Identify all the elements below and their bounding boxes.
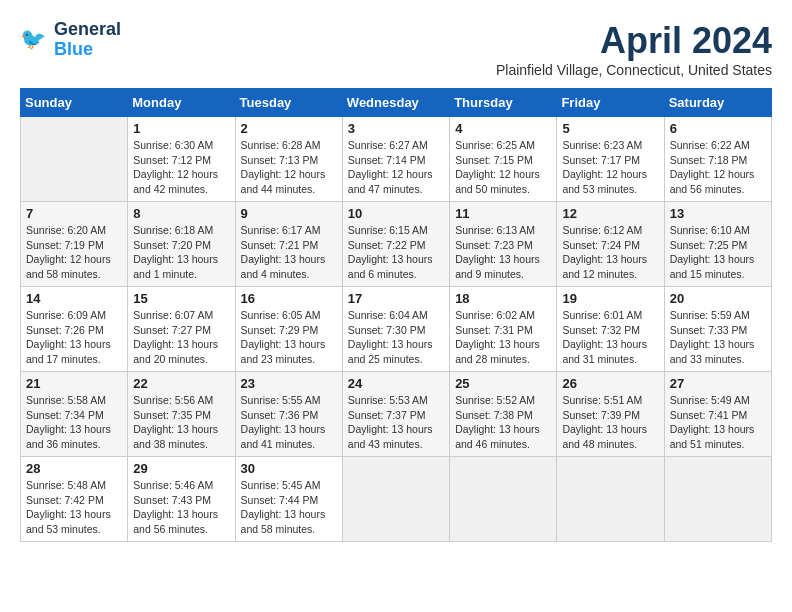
calendar-cell: 24Sunrise: 5:53 AMSunset: 7:37 PMDayligh… <box>342 372 449 457</box>
day-number: 22 <box>133 376 229 391</box>
day-info: Sunrise: 6:02 AMSunset: 7:31 PMDaylight:… <box>455 308 551 367</box>
calendar-cell: 25Sunrise: 5:52 AMSunset: 7:38 PMDayligh… <box>450 372 557 457</box>
weekday-header-monday: Monday <box>128 89 235 117</box>
day-number: 3 <box>348 121 444 136</box>
weekday-header-row: SundayMondayTuesdayWednesdayThursdayFrid… <box>21 89 772 117</box>
day-number: 5 <box>562 121 658 136</box>
day-info: Sunrise: 6:22 AMSunset: 7:18 PMDaylight:… <box>670 138 766 197</box>
day-info: Sunrise: 6:12 AMSunset: 7:24 PMDaylight:… <box>562 223 658 282</box>
day-info: Sunrise: 6:28 AMSunset: 7:13 PMDaylight:… <box>241 138 337 197</box>
calendar-cell: 8Sunrise: 6:18 AMSunset: 7:20 PMDaylight… <box>128 202 235 287</box>
calendar-cell: 14Sunrise: 6:09 AMSunset: 7:26 PMDayligh… <box>21 287 128 372</box>
calendar-cell: 29Sunrise: 5:46 AMSunset: 7:43 PMDayligh… <box>128 457 235 542</box>
weekday-header-friday: Friday <box>557 89 664 117</box>
day-number: 26 <box>562 376 658 391</box>
svg-text:🐦: 🐦 <box>20 26 47 52</box>
logo-text: GeneralBlue <box>54 20 121 60</box>
calendar-cell: 30Sunrise: 5:45 AMSunset: 7:44 PMDayligh… <box>235 457 342 542</box>
week-row-5: 28Sunrise: 5:48 AMSunset: 7:42 PMDayligh… <box>21 457 772 542</box>
day-info: Sunrise: 5:49 AMSunset: 7:41 PMDaylight:… <box>670 393 766 452</box>
calendar-cell: 23Sunrise: 5:55 AMSunset: 7:36 PMDayligh… <box>235 372 342 457</box>
calendar-cell: 13Sunrise: 6:10 AMSunset: 7:25 PMDayligh… <box>664 202 771 287</box>
day-info: Sunrise: 6:25 AMSunset: 7:15 PMDaylight:… <box>455 138 551 197</box>
day-number: 29 <box>133 461 229 476</box>
calendar-cell <box>557 457 664 542</box>
weekday-header-wednesday: Wednesday <box>342 89 449 117</box>
calendar-cell: 3Sunrise: 6:27 AMSunset: 7:14 PMDaylight… <box>342 117 449 202</box>
calendar-cell: 9Sunrise: 6:17 AMSunset: 7:21 PMDaylight… <box>235 202 342 287</box>
day-number: 8 <box>133 206 229 221</box>
day-number: 15 <box>133 291 229 306</box>
day-number: 21 <box>26 376 122 391</box>
day-info: Sunrise: 5:56 AMSunset: 7:35 PMDaylight:… <box>133 393 229 452</box>
day-info: Sunrise: 6:10 AMSunset: 7:25 PMDaylight:… <box>670 223 766 282</box>
day-info: Sunrise: 6:05 AMSunset: 7:29 PMDaylight:… <box>241 308 337 367</box>
day-info: Sunrise: 5:59 AMSunset: 7:33 PMDaylight:… <box>670 308 766 367</box>
calendar-cell: 16Sunrise: 6:05 AMSunset: 7:29 PMDayligh… <box>235 287 342 372</box>
calendar-table: SundayMondayTuesdayWednesdayThursdayFrid… <box>20 88 772 542</box>
day-info: Sunrise: 6:04 AMSunset: 7:30 PMDaylight:… <box>348 308 444 367</box>
day-info: Sunrise: 6:30 AMSunset: 7:12 PMDaylight:… <box>133 138 229 197</box>
day-number: 23 <box>241 376 337 391</box>
day-number: 16 <box>241 291 337 306</box>
day-number: 20 <box>670 291 766 306</box>
day-number: 9 <box>241 206 337 221</box>
day-number: 2 <box>241 121 337 136</box>
title-block: April 2024 Plainfield Village, Connectic… <box>496 20 772 78</box>
day-number: 28 <box>26 461 122 476</box>
calendar-cell <box>450 457 557 542</box>
weekday-header-sunday: Sunday <box>21 89 128 117</box>
day-number: 4 <box>455 121 551 136</box>
day-info: Sunrise: 5:45 AMSunset: 7:44 PMDaylight:… <box>241 478 337 537</box>
calendar-cell: 21Sunrise: 5:58 AMSunset: 7:34 PMDayligh… <box>21 372 128 457</box>
day-number: 25 <box>455 376 551 391</box>
day-number: 12 <box>562 206 658 221</box>
day-info: Sunrise: 5:48 AMSunset: 7:42 PMDaylight:… <box>26 478 122 537</box>
calendar-cell: 17Sunrise: 6:04 AMSunset: 7:30 PMDayligh… <box>342 287 449 372</box>
calendar-cell: 1Sunrise: 6:30 AMSunset: 7:12 PMDaylight… <box>128 117 235 202</box>
day-info: Sunrise: 6:18 AMSunset: 7:20 PMDaylight:… <box>133 223 229 282</box>
day-number: 19 <box>562 291 658 306</box>
month-title: April 2024 <box>496 20 772 62</box>
day-info: Sunrise: 6:01 AMSunset: 7:32 PMDaylight:… <box>562 308 658 367</box>
day-number: 11 <box>455 206 551 221</box>
calendar-cell: 4Sunrise: 6:25 AMSunset: 7:15 PMDaylight… <box>450 117 557 202</box>
day-info: Sunrise: 6:15 AMSunset: 7:22 PMDaylight:… <box>348 223 444 282</box>
day-info: Sunrise: 5:52 AMSunset: 7:38 PMDaylight:… <box>455 393 551 452</box>
calendar-cell: 18Sunrise: 6:02 AMSunset: 7:31 PMDayligh… <box>450 287 557 372</box>
day-number: 27 <box>670 376 766 391</box>
calendar-cell: 22Sunrise: 5:56 AMSunset: 7:35 PMDayligh… <box>128 372 235 457</box>
day-info: Sunrise: 5:51 AMSunset: 7:39 PMDaylight:… <box>562 393 658 452</box>
day-info: Sunrise: 6:09 AMSunset: 7:26 PMDaylight:… <box>26 308 122 367</box>
day-info: Sunrise: 5:46 AMSunset: 7:43 PMDaylight:… <box>133 478 229 537</box>
weekday-header-tuesday: Tuesday <box>235 89 342 117</box>
day-info: Sunrise: 5:58 AMSunset: 7:34 PMDaylight:… <box>26 393 122 452</box>
calendar-cell <box>664 457 771 542</box>
day-number: 7 <box>26 206 122 221</box>
calendar-cell: 26Sunrise: 5:51 AMSunset: 7:39 PMDayligh… <box>557 372 664 457</box>
logo-icon: 🐦 <box>20 25 50 55</box>
calendar-cell: 10Sunrise: 6:15 AMSunset: 7:22 PMDayligh… <box>342 202 449 287</box>
calendar-cell: 12Sunrise: 6:12 AMSunset: 7:24 PMDayligh… <box>557 202 664 287</box>
day-info: Sunrise: 6:20 AMSunset: 7:19 PMDaylight:… <box>26 223 122 282</box>
calendar-cell <box>21 117 128 202</box>
day-number: 10 <box>348 206 444 221</box>
calendar-cell: 19Sunrise: 6:01 AMSunset: 7:32 PMDayligh… <box>557 287 664 372</box>
page-header: 🐦 GeneralBlue April 2024 Plainfield Vill… <box>20 20 772 78</box>
calendar-cell: 6Sunrise: 6:22 AMSunset: 7:18 PMDaylight… <box>664 117 771 202</box>
day-info: Sunrise: 6:23 AMSunset: 7:17 PMDaylight:… <box>562 138 658 197</box>
day-info: Sunrise: 6:07 AMSunset: 7:27 PMDaylight:… <box>133 308 229 367</box>
day-info: Sunrise: 6:13 AMSunset: 7:23 PMDaylight:… <box>455 223 551 282</box>
week-row-4: 21Sunrise: 5:58 AMSunset: 7:34 PMDayligh… <box>21 372 772 457</box>
day-number: 24 <box>348 376 444 391</box>
week-row-1: 1Sunrise: 6:30 AMSunset: 7:12 PMDaylight… <box>21 117 772 202</box>
day-number: 18 <box>455 291 551 306</box>
day-number: 17 <box>348 291 444 306</box>
calendar-cell: 2Sunrise: 6:28 AMSunset: 7:13 PMDaylight… <box>235 117 342 202</box>
calendar-cell: 15Sunrise: 6:07 AMSunset: 7:27 PMDayligh… <box>128 287 235 372</box>
location: Plainfield Village, Connecticut, United … <box>496 62 772 78</box>
day-info: Sunrise: 6:17 AMSunset: 7:21 PMDaylight:… <box>241 223 337 282</box>
calendar-cell: 7Sunrise: 6:20 AMSunset: 7:19 PMDaylight… <box>21 202 128 287</box>
day-number: 1 <box>133 121 229 136</box>
week-row-3: 14Sunrise: 6:09 AMSunset: 7:26 PMDayligh… <box>21 287 772 372</box>
